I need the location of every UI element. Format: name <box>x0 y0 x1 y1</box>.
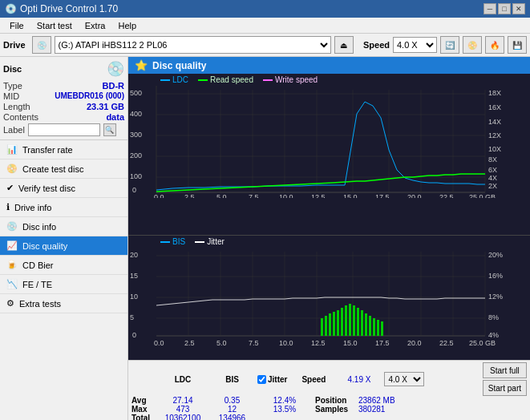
svg-text:12.5: 12.5 <box>311 339 326 347</box>
disc-quality-icon: 📈 <box>6 240 18 251</box>
legend-jitter: Jitter <box>195 237 225 246</box>
stats-total-row: Total 10362100 134966 <box>131 414 527 420</box>
nav-create-test-disc[interactable]: 📀 Create test disc <box>0 160 127 179</box>
nav-verify-test-disc[interactable]: ✔ Verify test disc <box>0 179 127 198</box>
stats-headers: LDC BIS Jitter Speed 4.19 X 4.0 X Start … <box>131 362 527 396</box>
label-edit-btn[interactable]: 🔍 <box>103 123 116 136</box>
mid-label: MID <box>3 91 19 101</box>
nav-cd-bier[interactable]: 🍺 CD Bier <box>0 256 127 275</box>
svg-text:16X: 16X <box>488 103 501 111</box>
verify-icon: ✔ <box>6 183 14 193</box>
svg-text:14X: 14X <box>488 118 501 126</box>
stats-max-row: Max 473 12 13.5% Samples 380281 <box>131 405 527 414</box>
bis-total: 134966 <box>210 414 254 420</box>
legend-ldc: LDC <box>160 75 188 84</box>
disc-contents-row: Contents data <box>3 112 124 122</box>
save-icon[interactable]: 💾 <box>508 36 527 54</box>
nav-label: Disc quality <box>22 241 67 251</box>
nav-label: Extra tests <box>19 299 61 309</box>
svg-rect-73 <box>329 313 331 336</box>
svg-text:7.5: 7.5 <box>249 193 259 198</box>
burn-icon[interactable]: 🔥 <box>485 36 504 54</box>
close-button[interactable]: ✕ <box>512 3 525 14</box>
drive-select[interactable]: (G:) ATAPI iHBS112 2 PL06 <box>55 36 331 54</box>
nav-label: Disc info <box>22 222 56 232</box>
jitter-checkbox[interactable] <box>257 375 266 384</box>
speed-select-stats[interactable]: 4.0 X <box>384 372 424 386</box>
titlebar: 💿 Opti Drive Control 1.70 ─ □ ✕ <box>0 0 530 18</box>
refresh-icon[interactable]: 🔄 <box>440 36 459 54</box>
disc-title: Disc <box>3 64 22 74</box>
ldc-max: 473 <box>159 405 207 414</box>
disc-icon: 💿 <box>107 60 124 78</box>
nav-label: Drive info <box>14 203 51 212</box>
svg-rect-74 <box>333 312 335 336</box>
svg-text:10.0: 10.0 <box>279 193 293 198</box>
eject-button[interactable]: ⏏ <box>334 36 354 54</box>
menu-help[interactable]: Help <box>111 19 143 32</box>
menu-file[interactable]: File <box>3 19 30 32</box>
label-input[interactable] <box>28 123 100 136</box>
menu-start-test[interactable]: Start test <box>30 19 79 32</box>
svg-text:300: 300 <box>130 131 142 139</box>
bottom-stats-row: LDC BIS Jitter Speed 4.19 X 4.0 X Start … <box>128 360 530 420</box>
nav-label: FE / TE <box>22 280 52 289</box>
svg-text:15: 15 <box>130 272 138 280</box>
svg-text:2.5: 2.5 <box>184 193 195 198</box>
svg-rect-72 <box>325 316 327 336</box>
svg-text:20.0: 20.0 <box>407 193 422 198</box>
top-chart-svg: 500 400 300 200 100 0 <box>128 86 530 198</box>
menu-extra[interactable]: Extra <box>79 19 112 32</box>
nav-label: CD Bier <box>22 260 54 270</box>
type-value: BD-R <box>103 81 125 91</box>
quality-icon: ⭐ <box>135 59 148 71</box>
svg-text:18X: 18X <box>488 89 501 97</box>
svg-text:6X: 6X <box>488 166 497 174</box>
bottom-legend: BIS Jitter <box>128 236 530 248</box>
svg-text:100: 100 <box>130 172 142 180</box>
bottom-chart-svg: 20 15 10 5 0 20% 16% 12% 8% 4% <box>128 248 530 350</box>
svg-text:20%: 20% <box>488 251 503 259</box>
nav-fe-te[interactable]: 📉 FE / TE <box>0 275 127 294</box>
nav-disc-info[interactable]: 💿 Disc info <box>0 217 127 236</box>
nav-extra-tests[interactable]: ⚙ Extra tests <box>0 294 127 313</box>
maximize-button[interactable]: □ <box>498 3 511 14</box>
start-full-button[interactable]: Start full <box>483 362 527 378</box>
svg-rect-80 <box>357 308 359 336</box>
fe-te-icon: 📉 <box>6 279 18 289</box>
svg-text:12%: 12% <box>488 293 503 301</box>
bis-max: 12 <box>210 405 254 414</box>
svg-text:12X: 12X <box>488 131 501 139</box>
nav-disc-quality[interactable]: 📈 Disc quality <box>0 236 127 256</box>
nav-label: Create test disc <box>22 164 83 174</box>
disc-label-row: Label 🔍 <box>3 123 124 136</box>
svg-text:10X: 10X <box>488 145 501 153</box>
svg-text:16%: 16% <box>488 272 503 280</box>
start-buttons: Start full Start part <box>483 362 527 396</box>
total-label: Total <box>131 414 156 420</box>
disc-info-icon: 💿 <box>6 221 18 232</box>
quality-title: Disc quality <box>152 60 206 71</box>
disc-type-row: Type BD-R <box>3 81 124 91</box>
media-icon[interactable]: 📀 <box>463 36 482 54</box>
drive-label: Drive <box>3 40 26 50</box>
stats-avg-row: Avg 27.14 0.35 12.4% Position 23862 MB <box>131 396 527 405</box>
nav-drive-info[interactable]: ℹ Drive info <box>0 198 127 217</box>
svg-rect-83 <box>369 316 371 336</box>
ldc-total: 10362100 <box>159 414 207 420</box>
start-part-button[interactable]: Start part <box>483 380 527 396</box>
position-label: Position <box>315 396 355 405</box>
speed-select[interactable]: 4.0 X <box>393 37 437 53</box>
top-legend: LDC Read speed Write speed <box>128 74 530 86</box>
minimize-button[interactable]: ─ <box>483 3 496 14</box>
svg-rect-82 <box>365 313 367 336</box>
nav-list: 📊 Transfer rate 📀 Create test disc ✔ Ver… <box>0 140 127 313</box>
titlebar-controls: ─ □ ✕ <box>483 3 525 14</box>
svg-text:10: 10 <box>130 293 138 301</box>
legend-bis: BIS <box>160 237 185 246</box>
length-label: Length <box>3 102 30 111</box>
nav-transfer-rate[interactable]: 📊 Transfer rate <box>0 140 127 160</box>
svg-text:10.0: 10.0 <box>279 339 293 347</box>
drive-info-icon: ℹ <box>6 202 10 212</box>
jitter-avg: 12.4% <box>257 396 312 405</box>
